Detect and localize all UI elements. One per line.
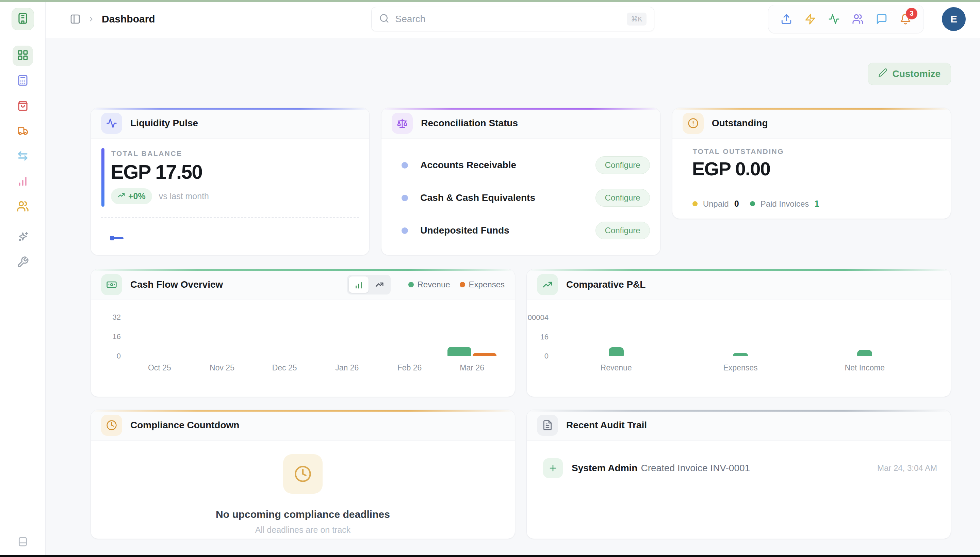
comparative-pnl-card: Comparative P&L 00004160RevenueExpensesN…: [526, 269, 951, 397]
window-top-strip: [0, 0, 980, 2]
dashed-divider: [101, 217, 359, 218]
bar-chart-toggle-button[interactable]: [349, 277, 368, 293]
dashboard-grid-icon: [17, 49, 29, 63]
logo-container: [0, 0, 45, 38]
comparative-pnl-chart: 00004160RevenueExpensesNet Income: [527, 300, 951, 397]
configure-button[interactable]: Configure: [595, 189, 650, 207]
outstanding-card: Outstanding TOTAL OUTSTANDING EGP 0.00 U…: [672, 107, 951, 219]
breadcrumb: Dashboard: [70, 13, 155, 25]
card-title: Cash Flow Overview: [130, 279, 223, 290]
audit-entry: System AdminCreated Invoice INV-0001 Mar…: [543, 458, 937, 478]
legend-label: Expenses: [469, 280, 505, 289]
sidebar-item-sales[interactable]: [13, 96, 33, 116]
delta-pill: +0%: [111, 188, 152, 204]
customize-row: Customize: [91, 63, 951, 85]
status-dot: [402, 162, 408, 169]
delta-caption: vs last month: [159, 191, 209, 201]
search-icon: [379, 13, 389, 25]
mini-sparkline: [110, 236, 123, 240]
sidebar-item-customers[interactable]: [13, 197, 33, 217]
paid-dot: [750, 201, 755, 206]
sidebar-item-accounting[interactable]: [13, 71, 33, 91]
reconciliation-row: Cash & Cash Equivalents Configure: [381, 181, 660, 214]
activity-icon[interactable]: [828, 13, 840, 25]
message-icon[interactable]: [876, 13, 888, 25]
compliance-card-header: Compliance Countdown: [91, 410, 515, 441]
unpaid-value: 0: [734, 199, 739, 209]
customize-label: Customize: [892, 68, 941, 79]
card-title: Comparative P&L: [566, 279, 646, 290]
reconciliation-card-body: Accounts Receivable Configure Cash & Cas…: [381, 138, 660, 247]
upload-icon[interactable]: [780, 13, 792, 25]
shopping-bag-icon: [17, 99, 29, 113]
audit-timestamp: Mar 24, 3:04 AM: [877, 463, 937, 473]
sidebar-item-logistics[interactable]: [13, 121, 33, 142]
app-logo[interactable]: [11, 8, 34, 30]
delta-value: +0%: [128, 191, 146, 201]
configure-button[interactable]: Configure: [595, 156, 650, 174]
pencil-icon: [878, 68, 888, 80]
liquidity-pulse-card: Liquidity Pulse TOTAL BALANCE EGP 17.50 …: [91, 107, 370, 255]
pnl-card-header: Comparative P&L: [527, 269, 951, 300]
status-dot: [402, 195, 408, 201]
zap-icon[interactable]: [805, 13, 816, 25]
card-title: Liquidity Pulse: [130, 118, 198, 129]
page-title: Dashboard: [102, 13, 155, 25]
scale-icon: [392, 113, 413, 134]
chevron-right-icon: [88, 15, 95, 23]
line-chart-toggle-button[interactable]: [369, 277, 389, 293]
topbar-actions: 3 E: [768, 5, 966, 33]
search-bar: ⌘K: [371, 7, 654, 31]
total-outstanding-value: EGP 0.00: [692, 158, 771, 180]
card-icon[interactable]: [17, 536, 29, 547]
card-title: Reconciliation Status: [421, 118, 518, 129]
empty-state-title: No upcoming compliance deadlines: [216, 509, 390, 520]
liquidity-card-body: TOTAL BALANCE EGP 17.50 +0% vs last mont…: [91, 138, 369, 255]
search-shortcut-badge: ⌘K: [627, 13, 646, 26]
configure-button[interactable]: Configure: [595, 221, 650, 239]
main-content: Customize Liquidity Pulse TOTAL BALANCE …: [45, 38, 980, 555]
cash-flow-chart: 32160Oct 25Nov 25Dec 25Jan 26Feb 26Mar 2…: [91, 300, 515, 397]
total-outstanding-label: TOTAL OUTSTANDING: [693, 147, 784, 156]
notification-badge: 3: [906, 8, 917, 20]
paid-value: 1: [814, 199, 819, 209]
compliance-card-body: No upcoming compliance deadlines All dea…: [91, 441, 515, 539]
account-label: Cash & Cash Equivalents: [420, 192, 535, 203]
plus-icon: [543, 458, 563, 478]
sidebar-item-settings-tools[interactable]: [13, 252, 33, 273]
topbar-divider: [933, 11, 933, 26]
banknote-icon: [101, 274, 122, 295]
wrench-icon: [17, 256, 29, 270]
widgets-row-1: Liquidity Pulse TOTAL BALANCE EGP 17.50 …: [91, 107, 951, 255]
legend-item-expenses: Expenses: [460, 280, 505, 289]
delta-row: +0% vs last month: [111, 188, 209, 204]
sidebar-toggle-icon[interactable]: [70, 14, 81, 24]
customize-button[interactable]: Customize: [868, 63, 951, 85]
window-bottom-strip: [0, 555, 980, 557]
sidebar-item-ai-assistant[interactable]: [13, 228, 33, 248]
pulse-icon: [101, 113, 122, 134]
trending-up-icon: [117, 191, 125, 201]
outstanding-footer: Unpaid 0 Paid Invoices 1: [693, 199, 825, 209]
sidebar-item-transfers[interactable]: [13, 147, 33, 167]
search-input[interactable]: [395, 13, 622, 25]
team-users-icon[interactable]: [852, 13, 864, 25]
revenue-dot: [408, 282, 414, 287]
avatar[interactable]: E: [942, 7, 966, 31]
clock-icon: [101, 415, 122, 436]
sidebar-item-reports[interactable]: [13, 172, 33, 192]
calculator-icon: [17, 74, 29, 88]
chart-type-toggle: [347, 275, 391, 295]
audit-action: Created Invoice INV-0001: [641, 463, 750, 473]
legend-item-revenue: Revenue: [408, 280, 450, 289]
topbar-action-pill: 3: [768, 5, 924, 33]
bell-icon[interactable]: 3: [900, 13, 911, 25]
audit-actor: System Admin: [572, 463, 637, 473]
truck-icon: [17, 125, 29, 138]
accent-bar: [101, 148, 104, 207]
sidebar-item-dashboard[interactable]: [13, 46, 33, 66]
card-title: Compliance Countdown: [130, 420, 239, 431]
audit-entry-text: System AdminCreated Invoice INV-0001: [572, 463, 750, 474]
reconciliation-row: Undeposited Funds Configure: [381, 214, 660, 247]
widgets-row-3: Compliance Countdown No upcoming complia…: [91, 410, 951, 539]
